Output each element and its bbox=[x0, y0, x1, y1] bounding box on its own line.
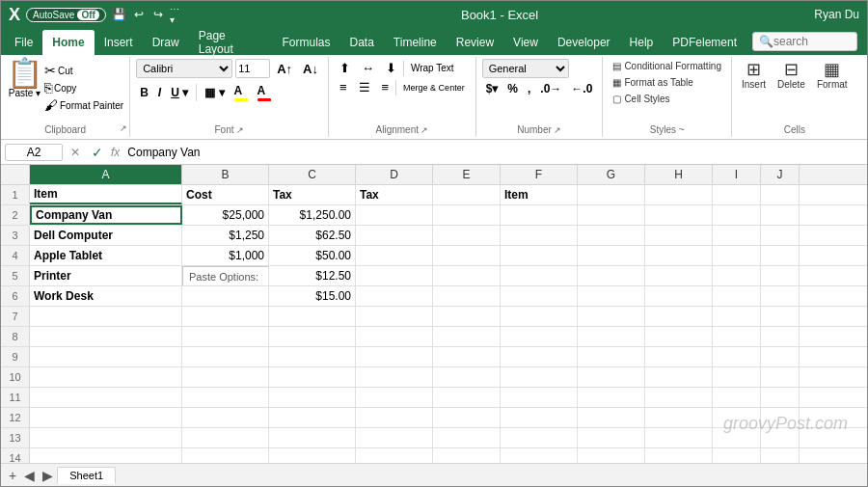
align-right-btn[interactable]: ≡ bbox=[377, 78, 394, 96]
border-btn[interactable]: ▦ ▾ bbox=[201, 84, 228, 101]
wrap-text-btn[interactable]: Wrap Text bbox=[406, 61, 459, 75]
tab-page-layout[interactable]: Page Layout bbox=[189, 30, 273, 55]
cell-H1[interactable] bbox=[645, 185, 713, 204]
number-expand-icon[interactable]: ↗ bbox=[554, 125, 561, 135]
cell-G1[interactable] bbox=[578, 185, 645, 204]
decrease-decimal-btn[interactable]: ←.0 bbox=[567, 80, 596, 97]
cell-B4[interactable]: $1,000 bbox=[182, 246, 269, 265]
conditional-formatting-btn[interactable]: ▤ Conditional Formatting bbox=[609, 59, 725, 73]
scroll-left-sheet-btn[interactable]: ◀ bbox=[20, 468, 39, 483]
cell-E5[interactable] bbox=[433, 266, 501, 285]
col-header-G[interactable]: G bbox=[578, 165, 645, 184]
cell-J1[interactable] bbox=[761, 185, 800, 204]
cell-B2[interactable]: $25,000 bbox=[182, 205, 269, 225]
increase-font-btn[interactable]: A↑ bbox=[273, 60, 296, 78]
align-middle-btn[interactable]: ↔ bbox=[357, 59, 379, 77]
cell-I6[interactable] bbox=[713, 286, 761, 306]
cell-J2[interactable] bbox=[761, 205, 800, 225]
cell-A5[interactable]: Printer bbox=[30, 266, 182, 285]
font-size-input[interactable] bbox=[235, 59, 270, 78]
col-header-C[interactable]: C bbox=[269, 165, 356, 184]
decrease-font-btn[interactable]: A↓ bbox=[299, 60, 322, 78]
redo-icon[interactable]: ↪ bbox=[150, 7, 166, 22]
align-bottom-btn[interactable]: ⬇ bbox=[381, 59, 401, 77]
cell-I3[interactable] bbox=[713, 226, 761, 245]
cell-C1[interactable]: Tax bbox=[269, 185, 356, 204]
paste-btn[interactable]: 📋 Paste ▾ bbox=[7, 59, 42, 98]
cell-C6[interactable]: $15.00 bbox=[269, 286, 356, 306]
cell-D2[interactable] bbox=[356, 205, 433, 225]
cell-F2[interactable] bbox=[501, 205, 578, 225]
cell-J6[interactable] bbox=[761, 286, 800, 306]
cell-C4[interactable]: $50.00 bbox=[269, 246, 356, 265]
cell-E4[interactable] bbox=[433, 246, 501, 265]
fill-color-btn[interactable]: A bbox=[231, 82, 252, 103]
col-header-F[interactable]: F bbox=[501, 165, 578, 184]
cell-A4[interactable]: Apple Tablet bbox=[30, 246, 182, 265]
font-color-btn[interactable]: A bbox=[254, 82, 275, 103]
cell-A2[interactable]: Company Van bbox=[30, 205, 182, 225]
tab-home[interactable]: Home bbox=[42, 30, 94, 55]
cell-G4[interactable] bbox=[578, 246, 645, 265]
tab-draw[interactable]: Draw bbox=[143, 30, 189, 55]
italic-btn[interactable]: I bbox=[154, 84, 165, 101]
insert-btn[interactable]: ⊞ Insert bbox=[738, 59, 770, 92]
bold-btn[interactable]: B bbox=[136, 84, 152, 101]
tab-pdfelement[interactable]: PDFelement bbox=[663, 30, 746, 55]
tab-insert[interactable]: Insert bbox=[95, 30, 143, 55]
merge-center-btn[interactable]: Merge & Center bbox=[398, 81, 470, 95]
tab-view[interactable]: View bbox=[503, 30, 548, 55]
tab-help[interactable]: Help bbox=[620, 30, 664, 55]
col-header-D[interactable]: D bbox=[356, 165, 433, 184]
col-header-A[interactable]: A bbox=[30, 165, 182, 184]
col-header-H[interactable]: H bbox=[645, 165, 713, 184]
cell-A7[interactable] bbox=[30, 307, 182, 326]
copy-btn[interactable]: ⎘ Copy bbox=[44, 80, 123, 95]
comma-btn[interactable]: , bbox=[524, 80, 534, 97]
cell-J5[interactable] bbox=[761, 266, 800, 285]
cell-F5[interactable] bbox=[501, 266, 578, 285]
cell-G3[interactable] bbox=[578, 226, 645, 245]
cell-J4[interactable] bbox=[761, 246, 800, 265]
autosave-toggle[interactable]: Off bbox=[77, 10, 98, 20]
cell-D6[interactable] bbox=[356, 286, 433, 306]
alignment-expand-icon[interactable]: ↗ bbox=[420, 125, 428, 135]
increase-decimal-btn[interactable]: .0→ bbox=[536, 80, 565, 97]
tab-file[interactable]: File bbox=[5, 30, 42, 55]
cell-E2[interactable] bbox=[433, 205, 501, 225]
cell-I4[interactable] bbox=[713, 246, 761, 265]
tab-developer[interactable]: Developer bbox=[548, 30, 620, 55]
cell-A6[interactable]: Work Desk bbox=[30, 286, 182, 306]
cell-D5[interactable] bbox=[356, 266, 433, 285]
cell-C3[interactable]: $62.50 bbox=[269, 226, 356, 245]
tab-data[interactable]: Data bbox=[339, 30, 383, 55]
cell-F4[interactable] bbox=[501, 246, 578, 265]
search-input[interactable] bbox=[773, 35, 851, 48]
delete-btn[interactable]: ⊟ Delete bbox=[773, 59, 809, 92]
cell-B3[interactable]: $1,250 bbox=[182, 226, 269, 245]
cell-F3[interactable] bbox=[501, 226, 578, 245]
search-box[interactable]: 🔍 bbox=[752, 32, 857, 51]
cell-B5[interactable]: Paste Options: 📋 📝 🔢 🖼 🔗 📌 bbox=[182, 266, 269, 285]
sheet-tab-sheet1[interactable]: Sheet1 bbox=[57, 467, 116, 484]
cell-A3[interactable]: Dell Computer bbox=[30, 226, 182, 245]
more-commands-icon[interactable]: ⋯ ▾ bbox=[170, 7, 185, 22]
cell-J3[interactable] bbox=[761, 226, 800, 245]
percent-btn[interactable]: % bbox=[503, 80, 522, 97]
clipboard-expand-icon[interactable]: ↗ bbox=[120, 123, 127, 133]
cell-D4[interactable] bbox=[356, 246, 433, 265]
tab-formulas[interactable]: Formulas bbox=[272, 30, 339, 55]
cell-B6[interactable] bbox=[182, 286, 269, 306]
cell-C2[interactable]: $1,250.00 bbox=[269, 205, 356, 225]
col-header-B[interactable]: B bbox=[182, 165, 269, 184]
cell-A1[interactable]: Item bbox=[30, 185, 182, 204]
cell-C5[interactable]: $12.50 bbox=[269, 266, 356, 285]
save-icon[interactable]: 💾 bbox=[112, 7, 127, 22]
dollar-btn[interactable]: $▾ bbox=[482, 80, 502, 97]
cell-I2[interactable] bbox=[713, 205, 761, 225]
undo-icon[interactable]: ↩ bbox=[131, 7, 147, 22]
cell-D3[interactable] bbox=[356, 226, 433, 245]
cell-E3[interactable] bbox=[433, 226, 501, 245]
autosave-badge[interactable]: AutoSave Off bbox=[26, 8, 106, 22]
cell-G2[interactable] bbox=[578, 205, 645, 225]
